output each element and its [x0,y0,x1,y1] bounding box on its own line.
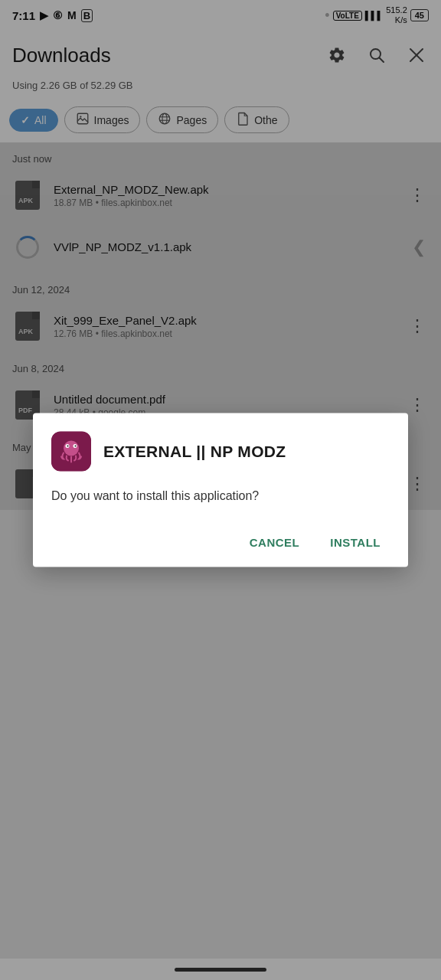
cancel-button[interactable]: CANCEL [240,530,309,555]
dialog-question: Do you want to install this application? [51,487,390,505]
svg-point-30 [75,446,77,447]
svg-point-29 [67,446,69,447]
dialog-actions: CANCEL INSTALL [51,530,390,555]
dialog-header: EXTERNAL || NP MODZ [51,432,390,472]
dialog-app-name: EXTERNAL || NP MODZ [103,443,286,461]
svg-point-26 [64,441,79,456]
install-button[interactable]: INSTALL [321,530,390,555]
dialog-app-icon [51,432,91,472]
install-dialog: EXTERNAL || NP MODZ Do you want to insta… [33,413,408,567]
